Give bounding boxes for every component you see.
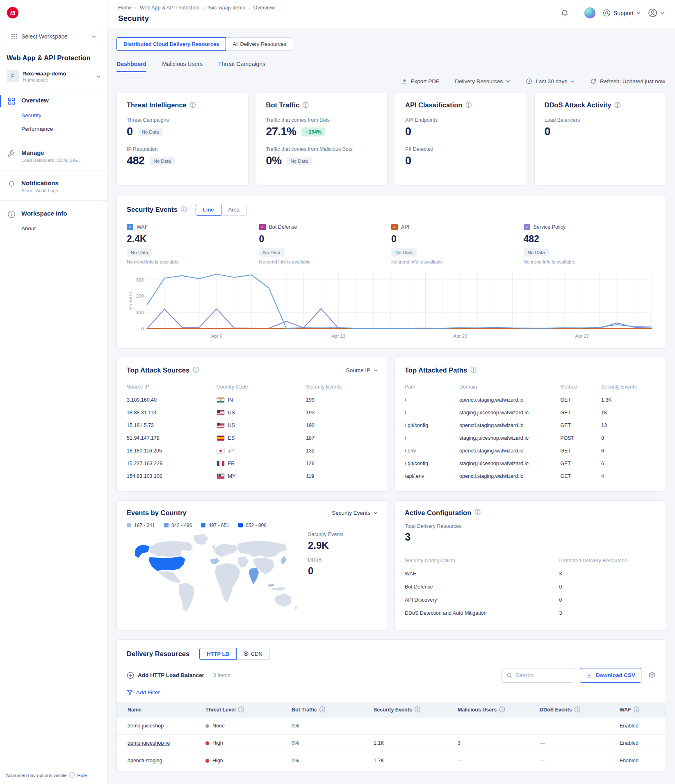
sidebar-item-overview[interactable]: Overview [0, 92, 107, 109]
table-row[interactable]: /.git/configopencti.staging.wafwizard.io… [405, 419, 656, 432]
source-ip-dropdown[interactable]: Source IP [346, 367, 378, 373]
config-count: 0 [559, 584, 656, 590]
table-row[interactable]: 15.181.5.73US190 [127, 419, 378, 432]
breadcrumb-namespace[interactable]: f5xc-waap-demo [208, 5, 245, 11]
items-count: 3 items [213, 672, 230, 678]
table-row-demo-juiceshop-re: demo-juiceshop-reHigh0%1.1K3—Enabled••• [117, 735, 666, 752]
namespace-name: f5xc-waap-demo [23, 70, 92, 77]
account-menu[interactable] [648, 8, 664, 18]
table-row[interactable]: /.git/configstaging.juiceshop.wafwizard.… [405, 457, 656, 470]
table-row[interactable]: 18.88.31.113US193 [127, 407, 378, 419]
resource-link[interactable]: demo-juiceshop-re [128, 740, 170, 746]
legend-label: WAF [137, 224, 148, 230]
map-mexico [157, 571, 181, 583]
info-icon[interactable]: ⓘ [193, 366, 198, 374]
info-icon[interactable]: ⓘ [614, 102, 620, 109]
stat-card-ddos-attack-activity: DDoS Attack ActivityⓘLoad Balancers0 [534, 93, 666, 185]
threat-level-dot [205, 741, 209, 745]
table-row[interactable]: 18.180.116.205JP132 [127, 445, 378, 457]
info-icon[interactable]: ⓘ [319, 706, 325, 714]
map-south-america [179, 582, 194, 611]
table-row[interactable]: 51.94.147.178ES187 [127, 432, 378, 445]
table-row[interactable]: 15.237.163.229FR126 [127, 457, 378, 470]
info-icon[interactable]: ⓘ [303, 102, 308, 109]
security-events-count: 6 [601, 448, 656, 454]
download-csv-button[interactable]: Download CSV [580, 668, 641, 683]
time-range-dropdown[interactable]: Last 30 days [526, 78, 575, 84]
flag-my-icon [217, 473, 228, 479]
table-row[interactable]: /.envopencti.staging.wafwizard.ioGET6 [405, 445, 656, 457]
domain: staging.juiceshop.wafwizard.io [459, 410, 560, 416]
sidebar-subitem-performance[interactable]: Performance [0, 122, 107, 136]
resource-link[interactable]: opencti-staging [128, 758, 162, 764]
chevron-down-icon [374, 511, 378, 514]
info-icon[interactable]: ⓘ [634, 706, 639, 714]
info-icon[interactable]: ⓘ [474, 509, 480, 516]
info-icon[interactable]: ⓘ [499, 706, 505, 714]
info-icon[interactable]: ⓘ [465, 102, 471, 109]
info-icon[interactable]: ⓘ [470, 366, 476, 374]
gear-icon[interactable] [648, 671, 656, 679]
flag-fr-icon [217, 461, 228, 466]
info-icon[interactable]: ⓘ [238, 706, 244, 714]
breadcrumb-waap[interactable]: Web App & API Protection [140, 5, 199, 11]
sidebar-item-manage[interactable]: ManageLoad Balancers, CDN, BIG... [0, 144, 107, 166]
add-filter-button[interactable]: Add Filter [127, 689, 656, 695]
info-icon[interactable]: ⓘ [415, 706, 420, 714]
overview-grid-icon [7, 97, 16, 105]
legend-checkbox[interactable]: ✓ [391, 224, 398, 230]
search-field[interactable] [516, 672, 568, 678]
hide-link[interactable]: Hide [77, 773, 87, 778]
security-events-count: 4 [601, 473, 656, 479]
world-map[interactable] [127, 531, 304, 622]
table-row[interactable]: /api/.envopencti.staging.wafwizard.ioGET… [405, 470, 656, 483]
info-icon[interactable]: ⓘ [190, 102, 196, 109]
chart-type-line[interactable]: Line [196, 204, 221, 216]
country-metric-dropdown[interactable]: Security Events [332, 510, 378, 516]
metric-label: IP Reputation [127, 146, 238, 152]
table-row[interactable]: /opencti.staging.wafwizard.ioGET1.3K [405, 394, 656, 407]
legend-checkbox[interactable]: ✓ [524, 224, 530, 230]
total-delivery-resources-value: 3 [405, 531, 656, 543]
ai-assistant-orb[interactable] [584, 7, 595, 18]
info-icon[interactable]: ⓘ [181, 206, 187, 214]
chevron-down-icon [636, 11, 641, 14]
lb-cdn-http-lb[interactable]: HTTP LB [199, 648, 237, 660]
f5-logo[interactable]: f5 [0, 0, 107, 25]
tab-dashboard[interactable]: Dashboard [116, 61, 146, 72]
chart-type-area[interactable]: Area [221, 204, 247, 216]
add-http-lb-button[interactable]: Add HTTP Load Balancer [127, 672, 204, 679]
sidebar-item-label: Workspace Info [21, 210, 67, 217]
delivery-resources-dropdown[interactable]: Delivery Resources [455, 78, 510, 84]
legend-checkbox[interactable]: ✓ [127, 224, 133, 230]
scope-all-delivery-resources[interactable]: All Delivery Resources [226, 37, 293, 51]
info-icon[interactable]: ⓘ [69, 772, 75, 779]
security-events-chart[interactable]: 0100200300EventsApr 6Apr 13Apr 20Apr 27 [127, 267, 656, 343]
sidebar-item-notifications[interactable]: NotificationsAlerts, Audit Logs [0, 175, 107, 196]
source-ip: 18.180.116.205 [127, 448, 217, 454]
tab-malicious-users[interactable]: Malicious Users [162, 61, 203, 72]
refresh-label: Refresh: Updated just now [600, 78, 665, 84]
sidebar-subitem-about[interactable]: About [0, 222, 107, 235]
table-row[interactable]: 3.109.160.40IN199 [127, 394, 378, 407]
legend-checkbox[interactable]: ✓ [259, 224, 266, 230]
lb-cdn-cdn[interactable]: CDN [237, 648, 270, 660]
refresh-button[interactable]: Refresh: Updated just now [590, 78, 665, 84]
select-workspace-dropdown[interactable]: Select Workspace [6, 29, 101, 44]
scope-distributed-cloud-delivery-resources[interactable]: Distributed Cloud Delivery Resources [116, 37, 226, 51]
sidebar-subitem-security[interactable]: Security [0, 109, 107, 122]
sidebar-item-workspace-info[interactable]: Workspace Info [0, 205, 107, 222]
breadcrumb-home[interactable]: Home [118, 5, 132, 11]
table-row[interactable]: /staging.juiceshop.wafwizard.ioGET1K [405, 407, 656, 419]
table-row[interactable]: /staging.juiceshop.wafwizard.ioPOST8 [405, 432, 656, 445]
metric-value: 0% [266, 155, 282, 167]
support-menu[interactable]: Support [603, 9, 641, 17]
namespace-selector[interactable]: F f5xc-waap-demo Namespace [0, 67, 107, 89]
export-pdf-button[interactable]: Export PDF [401, 78, 440, 84]
search-input[interactable] [502, 668, 573, 683]
tab-threat-campaigns[interactable]: Threat Campaigns [218, 61, 265, 72]
bell-icon[interactable] [560, 9, 569, 18]
table-row[interactable]: 154.83.103.102MY119 [127, 470, 378, 483]
info-icon[interactable]: ⓘ [575, 706, 580, 714]
resource-link[interactable]: demo-juiceshop [128, 723, 164, 729]
